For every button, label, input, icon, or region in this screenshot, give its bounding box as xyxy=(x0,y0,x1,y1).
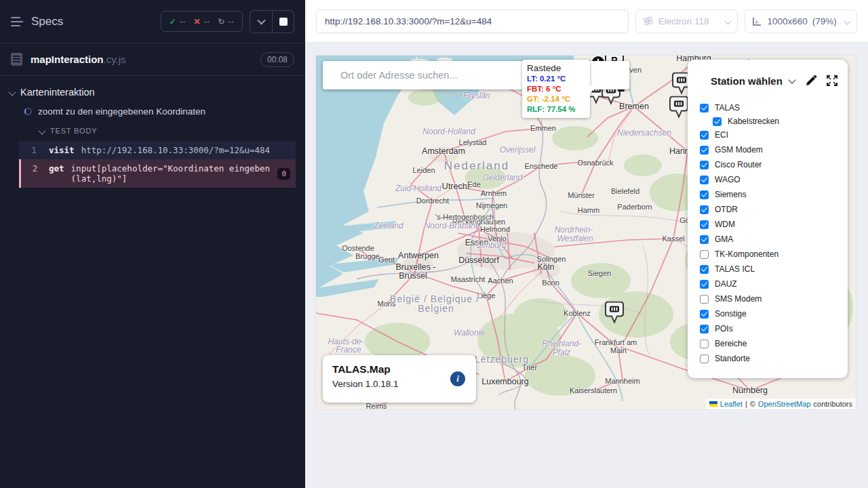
fullscreen-expand-icon[interactable] xyxy=(826,75,838,87)
browser-name: Electron 118 xyxy=(658,16,709,26)
checkbox-label: TALAS ICL xyxy=(715,264,755,274)
test-toggle[interactable]: zoomt zu den eingegebenen Koordinaten xyxy=(24,106,305,117)
station-filter-sonstige[interactable]: Sonstige xyxy=(700,306,848,321)
station-filter-gsm-modem[interactable]: GSM Modem xyxy=(700,142,848,157)
viewport-zoom: (79%) xyxy=(812,16,837,26)
station-filter-sms-modem[interactable]: SMS Modem xyxy=(700,291,848,306)
passed-count: -- xyxy=(180,16,186,26)
tooltip-row: GT: -2.14 °C xyxy=(527,94,585,104)
url-input[interactable] xyxy=(316,9,629,33)
tooltip-row: LT: 0.21 °C xyxy=(527,74,585,84)
stat-failed: ✕ -- xyxy=(194,16,210,26)
checkbox-unchecked[interactable] xyxy=(700,340,709,348)
checkbox-checked[interactable] xyxy=(700,310,709,319)
checkbox-checked[interactable] xyxy=(713,117,722,126)
command-visit[interactable]: 1 visit http://192.168.10.33:3000/?m=12&… xyxy=(19,141,296,159)
cable-station-marker[interactable] xyxy=(605,301,624,326)
collapse-all-button[interactable] xyxy=(250,11,272,33)
chevron-down-icon[interactable] xyxy=(788,76,795,83)
viewport-select[interactable]: 1000x660 (79%) xyxy=(745,9,857,33)
checkbox-checked[interactable] xyxy=(700,146,709,155)
station-filter-wago[interactable]: WAGO xyxy=(700,172,848,187)
checkbox-label: OTDR xyxy=(715,205,738,214)
reporter-header: Specs ✓ -- ✕ -- ↻ -- xyxy=(0,0,305,43)
station-select-dropdown[interactable]: Station wählen xyxy=(711,75,783,87)
leaflet-link[interactable]: Leaflet xyxy=(720,400,743,408)
spec-row[interactable]: mapInteraction.cy.js 00:08 xyxy=(0,43,305,76)
command-get[interactable]: 2 get input[placeholder="Koordinaten ein… xyxy=(19,159,296,188)
station-filter-cisco-router[interactable]: Cisco Router xyxy=(700,157,848,172)
browser-select[interactable]: Electron 118 xyxy=(635,9,738,33)
station-filter-siemens[interactable]: Siemens xyxy=(700,187,848,202)
checkbox-checked[interactable] xyxy=(700,131,709,140)
checkbox-checked[interactable] xyxy=(700,205,709,214)
specs-title: Specs xyxy=(31,15,63,28)
suite-toggle[interactable]: Karteninteraktion xyxy=(9,87,305,98)
station-filter-tk-komponenten[interactable]: TK-Komponenten xyxy=(700,247,848,262)
viewport-icon xyxy=(752,16,762,26)
checkbox-checked[interactable] xyxy=(700,220,709,229)
command-line-number: 2 xyxy=(21,163,49,184)
checkbox-label: Siemens xyxy=(715,190,747,199)
checkbox-checked[interactable] xyxy=(700,325,709,333)
checkbox-label: WDM xyxy=(715,220,735,229)
checkbox-label: Bereiche xyxy=(715,339,747,348)
command-count-badge: 0 xyxy=(277,168,290,180)
suite-title: Karteninteraktion xyxy=(20,87,95,98)
station-filter-otdr[interactable]: OTDR xyxy=(700,202,848,217)
checkbox-label: Kabelstrecken xyxy=(728,117,779,126)
station-panel: Station wählen TALASKabelstreckenE xyxy=(688,60,848,378)
checkbox-checked[interactable] xyxy=(700,161,709,169)
station-tooltip: Rastede LT: 0.21 °CFBT: 6 °CGT: -2.14 °C… xyxy=(522,60,590,118)
checkbox-unchecked[interactable] xyxy=(700,295,709,304)
station-filter-standorte[interactable]: Standorte xyxy=(700,351,848,366)
electron-icon xyxy=(643,16,654,26)
info-icon[interactable]: i xyxy=(450,371,465,386)
station-filter-dauz[interactable]: DAUZ xyxy=(700,277,848,291)
spec-file-icon xyxy=(11,53,22,66)
station-filter-kabelstrecken[interactable]: Kabelstrecken xyxy=(713,115,848,127)
station-filter-pois[interactable]: POIs xyxy=(700,321,848,336)
tooltip-row: FBT: 6 °C xyxy=(527,84,585,94)
station-filter-talas-icl[interactable]: TALAS ICL xyxy=(700,262,848,277)
checkbox-label: Standorte xyxy=(715,354,750,363)
osm-link[interactable]: OpenStreetMap xyxy=(758,400,811,408)
command-arg: http://192.168.10.33:3000/?m=12&u=484 xyxy=(81,145,270,155)
cable-station-marker[interactable] xyxy=(669,96,688,121)
checkbox-label: POIs xyxy=(715,324,733,333)
stop-icon xyxy=(279,18,288,26)
station-filter-eci[interactable]: ECI xyxy=(700,127,848,142)
checkbox-label: GMA xyxy=(715,235,733,244)
checkbox-checked[interactable] xyxy=(700,235,709,244)
checkbox-label: TK-Komponenten xyxy=(715,249,778,259)
checkbox-checked[interactable] xyxy=(700,190,709,199)
command-method: visit xyxy=(49,145,75,155)
test-body-toggle[interactable]: TEST BODY xyxy=(39,127,305,135)
checkbox-checked[interactable] xyxy=(700,104,709,113)
spec-name-base: mapInteraction xyxy=(31,54,104,65)
app-version: Version 1.0.18.1 xyxy=(332,379,467,389)
checkbox-checked[interactable] xyxy=(700,280,709,289)
chevron-down-icon xyxy=(844,18,851,24)
passed-check-icon: ✓ xyxy=(170,17,176,26)
spec-name-ext: .cy.js xyxy=(104,54,126,65)
chevron-down-icon xyxy=(8,88,16,96)
station-filter-wdm[interactable]: WDM xyxy=(700,217,848,232)
checkbox-checked[interactable] xyxy=(700,176,709,184)
edit-pencil-icon[interactable] xyxy=(805,75,817,87)
specs-menu-icon[interactable] xyxy=(11,16,24,27)
checkbox-checked[interactable] xyxy=(700,265,709,274)
stat-passed: ✓ -- xyxy=(170,16,186,26)
stop-run-button[interactable] xyxy=(272,11,294,33)
leaflet-map[interactable]: HamburgBremerhavenBremenHannoverOsnabrüc… xyxy=(316,56,856,409)
checkbox-unchecked[interactable] xyxy=(700,354,709,363)
station-filter-talas[interactable]: TALAS xyxy=(700,100,848,115)
tooltip-arrow xyxy=(589,84,595,94)
app-title: TALAS.Map xyxy=(332,363,467,375)
station-filter-bereiche[interactable]: Bereiche xyxy=(700,336,848,351)
cypress-reporter: Specs ✓ -- ✕ -- ↻ -- mapInteraction.cy.j… xyxy=(0,0,305,488)
station-filter-gma[interactable]: GMA xyxy=(700,232,848,247)
ukraine-flag-icon xyxy=(709,401,717,407)
checkbox-unchecked[interactable] xyxy=(700,250,709,259)
checkbox-label: SMS Modem xyxy=(715,294,762,304)
